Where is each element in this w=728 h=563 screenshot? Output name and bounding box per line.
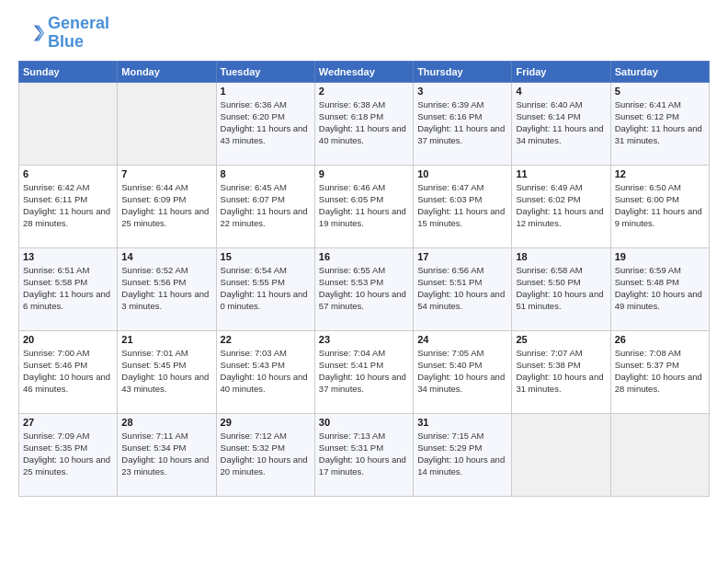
day-info: Sunrise: 7:00 AM Sunset: 5:46 PM Dayligh… <box>23 347 113 396</box>
day-info: Sunrise: 7:04 AM Sunset: 5:41 PM Dayligh… <box>319 347 409 396</box>
day-info: Sunrise: 7:13 AM Sunset: 5:31 PM Dayligh… <box>319 430 409 478</box>
day-number: 29 <box>221 417 311 428</box>
day-cell: 16Sunrise: 6:55 AM Sunset: 5:53 PM Dayli… <box>314 247 413 330</box>
day-number: 28 <box>121 417 211 428</box>
day-number: 12 <box>615 168 705 179</box>
day-number: 4 <box>516 86 606 97</box>
day-header-monday: Monday <box>118 61 216 82</box>
day-cell: 27Sunrise: 7:09 AM Sunset: 5:35 PM Dayli… <box>19 413 118 496</box>
day-number: 10 <box>417 168 507 179</box>
week-row-2: 13Sunrise: 6:51 AM Sunset: 5:58 PM Dayli… <box>19 247 710 330</box>
day-cell: 10Sunrise: 6:47 AM Sunset: 6:03 PM Dayli… <box>414 165 512 247</box>
logo-line2: Blue <box>48 33 109 52</box>
day-number: 9 <box>319 168 409 179</box>
day-number: 24 <box>417 334 507 345</box>
header: General Blue <box>18 15 710 52</box>
day-info: Sunrise: 6:38 AM Sunset: 6:18 PM Dayligh… <box>319 98 409 147</box>
day-cell: 13Sunrise: 6:51 AM Sunset: 5:58 PM Dayli… <box>19 247 118 330</box>
day-cell: 18Sunrise: 6:58 AM Sunset: 5:50 PM Dayli… <box>512 247 610 330</box>
day-cell: 7Sunrise: 6:44 AM Sunset: 6:09 PM Daylig… <box>118 165 216 247</box>
day-info: Sunrise: 6:36 AM Sunset: 6:20 PM Dayligh… <box>221 98 311 147</box>
day-cell: 28Sunrise: 7:11 AM Sunset: 5:34 PM Dayli… <box>118 413 216 496</box>
day-info: Sunrise: 6:59 AM Sunset: 5:48 PM Dayligh… <box>615 264 705 313</box>
day-cell: 23Sunrise: 7:04 AM Sunset: 5:41 PM Dayli… <box>314 330 413 413</box>
day-info: Sunrise: 6:56 AM Sunset: 5:51 PM Dayligh… <box>417 264 507 313</box>
day-number: 21 <box>121 334 211 345</box>
day-info: Sunrise: 6:54 AM Sunset: 5:55 PM Dayligh… <box>221 264 311 313</box>
day-number: 20 <box>23 334 113 345</box>
day-number: 22 <box>221 334 311 345</box>
page: General Blue SundayMondayTuesdayWednesda… <box>0 0 728 563</box>
day-number: 14 <box>121 251 211 262</box>
logo: General Blue <box>18 15 109 52</box>
day-cell: 21Sunrise: 7:01 AM Sunset: 5:45 PM Dayli… <box>118 330 216 413</box>
day-info: Sunrise: 7:01 AM Sunset: 5:45 PM Dayligh… <box>121 347 211 396</box>
day-info: Sunrise: 7:05 AM Sunset: 5:40 PM Dayligh… <box>417 347 507 396</box>
calendar-header-row: SundayMondayTuesdayWednesdayThursdayFrid… <box>19 61 710 82</box>
day-header-wednesday: Wednesday <box>314 61 413 82</box>
day-number: 2 <box>319 86 409 97</box>
day-cell: 29Sunrise: 7:12 AM Sunset: 5:32 PM Dayli… <box>216 413 314 496</box>
day-cell: 25Sunrise: 7:07 AM Sunset: 5:38 PM Dayli… <box>512 330 610 413</box>
day-cell: 14Sunrise: 6:52 AM Sunset: 5:56 PM Dayli… <box>118 247 216 330</box>
day-info: Sunrise: 6:42 AM Sunset: 6:11 PM Dayligh… <box>23 181 113 230</box>
day-cell <box>19 82 118 165</box>
day-header-friday: Friday <box>512 61 610 82</box>
day-cell: 4Sunrise: 6:40 AM Sunset: 6:14 PM Daylig… <box>512 82 610 165</box>
day-number: 15 <box>221 251 311 262</box>
day-info: Sunrise: 6:40 AM Sunset: 6:14 PM Dayligh… <box>516 98 606 147</box>
day-info: Sunrise: 6:51 AM Sunset: 5:58 PM Dayligh… <box>23 264 113 313</box>
day-cell: 26Sunrise: 7:08 AM Sunset: 5:37 PM Dayli… <box>610 330 709 413</box>
day-info: Sunrise: 7:08 AM Sunset: 5:37 PM Dayligh… <box>615 347 705 396</box>
day-info: Sunrise: 6:47 AM Sunset: 6:03 PM Dayligh… <box>417 181 507 230</box>
day-cell <box>118 82 216 165</box>
day-cell: 17Sunrise: 6:56 AM Sunset: 5:51 PM Dayli… <box>414 247 512 330</box>
day-cell: 24Sunrise: 7:05 AM Sunset: 5:40 PM Dayli… <box>414 330 512 413</box>
day-cell: 15Sunrise: 6:54 AM Sunset: 5:55 PM Dayli… <box>216 247 314 330</box>
day-info: Sunrise: 6:49 AM Sunset: 6:02 PM Dayligh… <box>516 181 606 230</box>
day-info: Sunrise: 6:39 AM Sunset: 6:16 PM Dayligh… <box>417 98 507 147</box>
day-header-sunday: Sunday <box>19 61 118 82</box>
week-row-4: 27Sunrise: 7:09 AM Sunset: 5:35 PM Dayli… <box>19 413 710 496</box>
day-header-tuesday: Tuesday <box>216 61 314 82</box>
day-number: 17 <box>417 251 507 262</box>
day-info: Sunrise: 6:50 AM Sunset: 6:00 PM Dayligh… <box>615 181 705 230</box>
day-number: 16 <box>319 251 409 262</box>
day-cell: 30Sunrise: 7:13 AM Sunset: 5:31 PM Dayli… <box>314 413 413 496</box>
week-row-0: 1Sunrise: 6:36 AM Sunset: 6:20 PM Daylig… <box>19 82 710 165</box>
day-header-thursday: Thursday <box>414 61 512 82</box>
day-info: Sunrise: 6:41 AM Sunset: 6:12 PM Dayligh… <box>615 98 705 147</box>
logo-line1: General <box>48 15 109 33</box>
day-info: Sunrise: 6:55 AM Sunset: 5:53 PM Dayligh… <box>319 264 409 313</box>
day-info: Sunrise: 7:11 AM Sunset: 5:34 PM Dayligh… <box>121 430 211 478</box>
calendar: SundayMondayTuesdayWednesdayThursdayFrid… <box>18 61 710 497</box>
day-info: Sunrise: 7:09 AM Sunset: 5:35 PM Dayligh… <box>23 430 113 478</box>
day-cell: 11Sunrise: 6:49 AM Sunset: 6:02 PM Dayli… <box>512 165 610 247</box>
day-cell: 3Sunrise: 6:39 AM Sunset: 6:16 PM Daylig… <box>414 82 512 165</box>
day-number: 5 <box>615 86 705 97</box>
day-info: Sunrise: 6:46 AM Sunset: 6:05 PM Dayligh… <box>319 181 409 230</box>
day-cell: 2Sunrise: 6:38 AM Sunset: 6:18 PM Daylig… <box>314 82 413 165</box>
day-number: 25 <box>516 334 606 345</box>
day-cell: 1Sunrise: 6:36 AM Sunset: 6:20 PM Daylig… <box>216 82 314 165</box>
logo-icon <box>18 20 44 46</box>
day-number: 31 <box>417 417 507 428</box>
day-number: 19 <box>615 251 705 262</box>
day-cell: 19Sunrise: 6:59 AM Sunset: 5:48 PM Dayli… <box>610 247 709 330</box>
day-number: 26 <box>615 334 705 345</box>
day-cell: 20Sunrise: 7:00 AM Sunset: 5:46 PM Dayli… <box>19 330 118 413</box>
day-info: Sunrise: 6:58 AM Sunset: 5:50 PM Dayligh… <box>516 264 606 313</box>
day-number: 23 <box>319 334 409 345</box>
day-number: 18 <box>516 251 606 262</box>
day-info: Sunrise: 6:45 AM Sunset: 6:07 PM Dayligh… <box>221 181 311 230</box>
week-row-3: 20Sunrise: 7:00 AM Sunset: 5:46 PM Dayli… <box>19 330 710 413</box>
day-info: Sunrise: 6:52 AM Sunset: 5:56 PM Dayligh… <box>121 264 211 313</box>
day-info: Sunrise: 7:15 AM Sunset: 5:29 PM Dayligh… <box>417 430 507 478</box>
day-number: 8 <box>221 168 311 179</box>
day-cell: 8Sunrise: 6:45 AM Sunset: 6:07 PM Daylig… <box>216 165 314 247</box>
day-info: Sunrise: 7:03 AM Sunset: 5:43 PM Dayligh… <box>221 347 311 396</box>
day-number: 13 <box>23 251 113 262</box>
day-cell: 31Sunrise: 7:15 AM Sunset: 5:29 PM Dayli… <box>414 413 512 496</box>
day-cell: 9Sunrise: 6:46 AM Sunset: 6:05 PM Daylig… <box>314 165 413 247</box>
day-header-saturday: Saturday <box>610 61 709 82</box>
